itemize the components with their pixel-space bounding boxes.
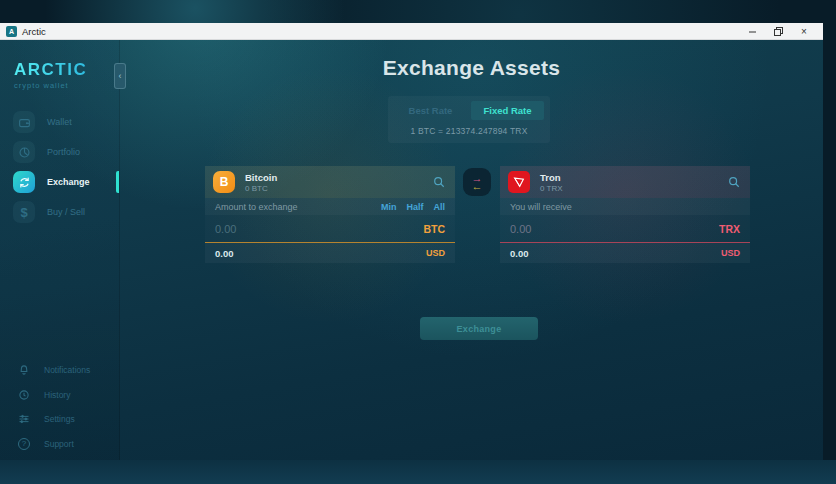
to-currency-label: TRX [719,223,740,235]
bitcoin-icon: B [213,171,235,193]
quick-amount-buttons: Min Half All [381,202,445,212]
from-asset-header[interactable]: B Bitcoin 0 BTC [205,166,455,198]
sidebar-item-exchange[interactable]: Exchange [0,167,119,197]
window-controls: × [739,23,823,40]
bell-icon [17,364,31,376]
sidebar-collapse-button[interactable]: ‹ [114,63,126,89]
to-fiat-value: 0.00 [510,248,529,259]
from-amount-input[interactable] [215,223,423,235]
buy-sell-icon: $ [13,201,35,223]
portfolio-icon [13,141,35,163]
from-amount-row: Amount to exchange Min Half All [205,198,455,215]
to-amount-row: You will receive [500,198,750,215]
from-currency-label: BTC [423,223,445,235]
to-amount-input[interactable] [510,223,719,235]
desktop-bottom-strip [0,460,836,484]
exchange-rate-text: 1 BTC = 213374.247894 TRX [388,126,550,136]
sidebar-item-wallet[interactable]: Wallet [0,107,119,137]
from-asset-name: Bitcoin [245,172,277,183]
tab-fixed-rate[interactable]: Fixed Rate [471,101,544,120]
sidebar-footer: Notifications History Settings [0,358,119,456]
rate-panel: Best Rate Fixed Rate 1 BTC = 213374.2478… [388,96,550,143]
search-icon[interactable] [728,176,740,188]
to-asset-name: Tron [540,172,563,183]
app-logo: ARCTIC [14,60,119,80]
rate-tabs: Best Rate Fixed Rate [388,101,550,120]
window-titlebar: A Arctic × [0,23,823,40]
from-row-label: Amount to exchange [215,202,298,212]
settings-icon [17,413,31,425]
sidebar-item-label: Buy / Sell [47,207,85,217]
to-fiat-currency: USD [721,248,740,258]
from-asset-panel: B Bitcoin 0 BTC Amount to exchange Min H… [205,166,455,263]
from-amount-input-row: BTC [205,215,455,243]
app-icon: A [6,26,17,37]
from-fiat-currency: USD [426,248,445,258]
tron-icon [508,171,530,193]
logo-block: ARCTIC crypto wallet [0,40,119,90]
from-fiat-value: 0.00 [215,248,234,259]
close-icon[interactable]: × [791,23,817,40]
sidebar-item-label: Support [44,439,74,449]
half-button[interactable]: Half [406,202,423,212]
wallet-icon [13,111,35,133]
all-button[interactable]: All [433,202,445,212]
sidebar-item-history[interactable]: History [0,383,119,408]
sidebar-item-support[interactable]: ? Support [0,432,119,457]
sidebar-item-label: History [44,390,70,400]
main-content: Exchange Assets Best Rate Fixed Rate 1 B… [120,40,823,460]
to-asset-panel: Tron 0 TRX You will receive TRX 0.00 USD [500,166,750,263]
minimize-icon[interactable] [739,23,765,40]
app-window: ‹ ARCTIC crypto wallet Wallet [0,40,823,460]
sidebar-item-label: Settings [44,414,75,424]
sidebar-item-buy-sell[interactable]: $ Buy / Sell [0,197,119,227]
page-title: Exchange Assets [120,56,823,80]
sidebar-item-label: Portfolio [47,147,80,157]
sidebar-nav: Wallet Portfolio Exchange [0,107,119,227]
app-logo-subtitle: crypto wallet [14,81,119,90]
sidebar-item-label: Wallet [47,117,72,127]
sidebar-item-label: Notifications [44,365,90,375]
to-fiat-row: 0.00 USD [500,243,750,263]
swap-direction-button[interactable]: → ← [463,168,491,196]
support-icon: ? [17,438,31,450]
sidebar-item-settings[interactable]: Settings [0,407,119,432]
exchange-submit-button[interactable]: Exchange [420,317,538,340]
sidebar: ARCTIC crypto wallet Wallet Portfolio [0,40,120,460]
sidebar-item-portfolio[interactable]: Portfolio [0,137,119,167]
from-asset-balance: 0 BTC [245,184,277,193]
to-asset-header[interactable]: Tron 0 TRX [500,166,750,198]
search-icon[interactable] [433,176,445,188]
swap-left-arrow-icon: ← [472,182,483,190]
sidebar-item-label: Exchange [47,177,90,187]
from-fiat-row: 0.00 USD [205,243,455,263]
window-title: Arctic [22,26,46,37]
exchange-icon [13,171,35,193]
restore-icon[interactable] [765,23,791,40]
to-row-label: You will receive [510,202,572,212]
history-icon [17,389,31,401]
to-amount-input-row: TRX [500,215,750,243]
sidebar-item-notifications[interactable]: Notifications [0,358,119,383]
to-asset-balance: 0 TRX [540,184,563,193]
tab-best-rate[interactable]: Best Rate [394,101,467,120]
min-button[interactable]: Min [381,202,397,212]
